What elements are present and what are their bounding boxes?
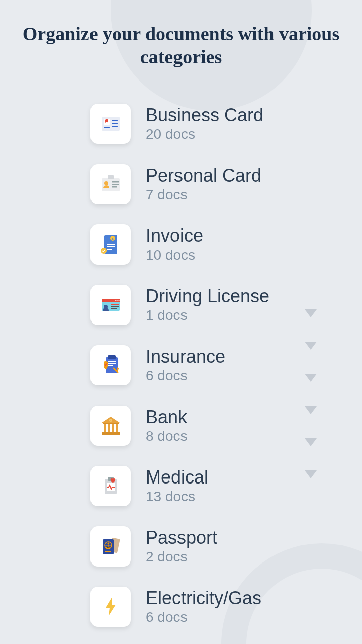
category-insurance[interactable]: Insurance 6 docs (90, 345, 342, 385)
scroll-indicator (305, 309, 317, 478)
chevron-down-icon (305, 438, 317, 446)
driving-license-icon: DRIVER (90, 285, 131, 325)
category-count: 10 docs (146, 247, 203, 263)
svg-rect-14 (107, 244, 115, 245)
category-title: Business Card (146, 105, 263, 125)
personal-card-icon (90, 164, 131, 204)
svg-rect-5 (104, 127, 110, 128)
category-title: Insurance (146, 347, 225, 367)
svg-rect-33 (104, 424, 106, 432)
category-count: 6 docs (146, 609, 261, 625)
chevron-down-icon (305, 406, 317, 414)
svg-rect-26 (108, 355, 116, 359)
category-count: 8 docs (146, 428, 188, 444)
page-heading: Organize your documents with various cat… (20, 23, 342, 68)
svg-rect-15 (107, 246, 115, 247)
category-info: Medical 13 docs (146, 467, 208, 505)
category-count: 2 docs (146, 549, 217, 565)
invoice-icon: $ (90, 224, 131, 265)
category-count: 13 docs (146, 489, 208, 505)
category-passport[interactable]: Passport 2 docs (90, 526, 342, 567)
svg-rect-27 (108, 361, 116, 362)
category-count: 7 docs (146, 187, 261, 203)
category-title: Invoice (146, 226, 203, 246)
category-info: Bank 8 docs (146, 407, 188, 444)
svg-rect-3 (112, 123, 118, 124)
category-title: Passport (146, 528, 217, 548)
chevron-down-icon (305, 342, 317, 350)
svg-rect-10 (112, 184, 119, 185)
svg-rect-28 (108, 363, 116, 364)
chevron-down-icon (305, 309, 317, 317)
svg-rect-22 (111, 304, 119, 305)
category-medical[interactable]: Medical 13 docs (90, 466, 342, 506)
category-info: Insurance 6 docs (146, 347, 225, 384)
category-count: 20 docs (146, 126, 263, 142)
chevron-down-icon (305, 470, 317, 478)
category-title: Electricity/Gas (146, 588, 261, 608)
svg-rect-35 (112, 424, 114, 432)
business-card-icon (90, 104, 131, 144)
svg-point-8 (104, 181, 108, 185)
category-info: Electricity/Gas 6 docs (146, 588, 261, 625)
svg-text:DRIVER: DRIVER (114, 299, 121, 302)
category-personal-card[interactable]: Personal Card 7 docs (90, 164, 342, 204)
category-title: Medical (146, 467, 208, 488)
category-info: Invoice 10 docs (146, 226, 203, 263)
passport-icon (90, 526, 131, 567)
category-driving-license[interactable]: DRIVER Driving License 1 docs (90, 285, 342, 325)
svg-rect-4 (112, 126, 118, 127)
svg-rect-2 (112, 120, 118, 121)
category-business-card[interactable]: Business Card 20 docs (90, 104, 342, 144)
category-info: Passport 2 docs (146, 528, 217, 565)
category-bank[interactable]: $ Bank 8 docs (90, 406, 342, 446)
svg-rect-32 (103, 423, 119, 424)
bank-icon: $ (90, 406, 131, 446)
category-count: 1 docs (146, 307, 269, 324)
category-list: Business Card 20 docs Personal Card 7 do… (20, 104, 342, 627)
svg-rect-36 (116, 424, 118, 432)
svg-rect-9 (112, 181, 119, 183)
category-title: Driving License (146, 286, 269, 306)
svg-rect-34 (108, 424, 110, 432)
svg-rect-16 (107, 249, 112, 250)
svg-rect-11 (112, 186, 117, 188)
electricity-icon (90, 587, 131, 627)
svg-rect-37 (102, 432, 120, 435)
svg-rect-23 (111, 306, 119, 307)
category-title: Bank (146, 407, 188, 427)
svg-rect-24 (111, 308, 117, 309)
category-electricity-gas[interactable]: Electricity/Gas 6 docs (90, 587, 342, 627)
svg-rect-29 (108, 365, 113, 366)
category-info: Personal Card 7 docs (146, 166, 261, 203)
category-title: Personal Card (146, 166, 261, 186)
insurance-icon (90, 345, 131, 385)
medical-icon (90, 466, 131, 506)
category-count: 6 docs (146, 368, 225, 384)
category-info: Business Card 20 docs (146, 105, 263, 142)
category-invoice[interactable]: $ Invoice 10 docs (90, 224, 342, 265)
category-info: Driving License 1 docs (146, 286, 269, 324)
chevron-down-icon (305, 374, 317, 382)
svg-rect-44 (105, 551, 111, 552)
svg-rect-7 (108, 175, 114, 179)
